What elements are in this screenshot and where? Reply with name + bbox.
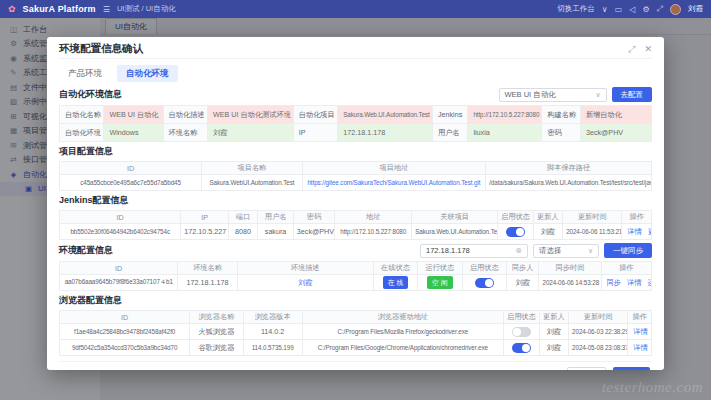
jenkins-more-link[interactable]: 更多 [648,227,652,236]
browser-name: 火狐浏览器 [190,324,243,340]
project-path: /data/sakura/Sakura.Web.UI.Automation.Te… [486,175,652,191]
col-header: 同步人 [506,262,539,275]
jenkins-update-time: 2024-06-06 11:53:21 [563,224,622,240]
kv-label: 构建名称 [542,106,580,124]
watermark: testerhome.com [602,379,703,396]
kv-value: liuxia [468,124,542,142]
env-desc-link[interactable]: 刘霞 [298,278,312,287]
workspace-chevron-icon[interactable]: ∨ [602,5,608,14]
one-key-sync-button[interactable]: 一键同步 [604,243,652,258]
browser-detail-link[interactable]: 详情 [633,327,647,336]
col-header: 环境描述 [237,262,373,275]
kv-label: 自动化项目 [293,106,337,124]
project-title: 项目配置信息 [59,145,113,158]
automation-select[interactable]: WEB UI 自动化 ∨ [499,88,607,102]
kv-value: WEB UI 自动化 [104,106,163,124]
project-url-link[interactable]: https://gitee.com/SakuraTech/Sakura.WebU… [307,179,480,186]
app-root: ✿ SakurA Platform ☰ UI测试 / UI自动化 切换工作台 ∨… [0,0,711,400]
env-section-header: 环境配置信息 ⊗ 请选择 ∨ 一键同步 [59,243,652,258]
browser-updater: 刘霞 [539,324,569,340]
col-header: 启用状态 [498,211,534,224]
env-search-box: ⊗ [420,244,528,258]
col-header: 环境名称 [178,262,237,275]
col-header: 更新人 [539,311,569,324]
col-header: 启用状态 [503,311,539,324]
col-header: 更新时间 [563,211,622,224]
jenkins-project: Sakura.Web.UI.Automation.Test [412,224,498,240]
col-header: 操作 [601,262,651,275]
chevron-down-icon: ∨ [588,247,593,255]
fullscreen-icon[interactable]: ⤢ [657,4,663,14]
col-header: 项目名称 [202,162,303,175]
modal-tabs: 产品环境 自动化环境 [59,65,652,82]
auto-env-row-2: 自动化环境Windows 环境名称刘霞 IP172.18.1.178 用户名li… [60,124,652,142]
kv-label: 自动化环境 [60,124,104,142]
browser-id: 9df5042c5a354ccd370c5b3a9bc34d70 [60,340,190,356]
env-sync-link[interactable]: 同步 [607,278,621,287]
browser-name: 谷歌浏览器 [190,340,243,356]
col-header: ID [60,262,178,275]
env-detail-link[interactable]: 详情 [627,278,641,287]
jenkins-enable-toggle[interactable] [506,227,525,237]
workspace-switcher[interactable]: 切换工作台 [557,4,595,14]
kv-value: 刘霞 [207,124,293,142]
username[interactable]: 刘霞 [688,4,703,14]
env-search-input[interactable] [426,246,504,255]
logo-icon: ✿ [8,4,16,14]
browser-table: ID 浏览器名称 浏览器版本 浏览器驱动地址 启用状态 更新人 更新时间 操作 … [59,310,652,356]
col-header: 地址 [335,211,412,224]
go-config-button[interactable]: 去配置 [612,87,653,102]
gear-icon[interactable]: ⚙ [642,5,649,14]
browser-updater: 刘霞 [539,340,569,356]
modal-fullscreen-icon[interactable]: ⤢ [628,44,635,55]
idle-status-badge[interactable]: 空 闲 [427,276,452,289]
col-header: 浏览器名称 [190,311,243,324]
kv-label: IP [293,124,337,142]
browser-version: 114.0.5735.199 [243,340,302,356]
kv-value: 新增自动化 [580,106,651,124]
tab-product-env[interactable]: 产品环境 [59,65,111,82]
browser-detail-link[interactable]: 详情 [633,343,647,352]
jenkins-title: Jenkins配置信息 [59,194,129,207]
jenkins-table: ID IP 端口 用户名 密码 地址 关联项目 启用状态 更新人 更新时间 操作… [59,210,652,240]
env-sync-time: 2024-06-06 14:53:28 [539,275,601,291]
col-header: 端口 [228,211,258,224]
collapse-menu-icon[interactable]: ☰ [103,5,110,14]
tab-automation-env[interactable]: 自动化环境 [117,65,178,82]
jenkins-detail-link[interactable]: 详情 [627,227,641,236]
env-enable-toggle[interactable] [475,278,494,288]
env-table: ID 环境名称 环境描述 在线状态 运行状态 启用状态 同步人 同步时间 操作 … [59,261,652,291]
browser-update-time: 2024-05-08 23:08:37 [569,340,628,356]
screen-icon[interactable]: ▭ [615,5,623,14]
volume-icon[interactable]: ◁ [629,5,635,14]
kv-label: 自动化名称 [60,106,104,124]
modal-footer: 取 消 确 定 [59,361,652,370]
online-status-badge[interactable]: 在 线 [383,276,408,289]
col-header: 同步时间 [539,262,601,275]
clear-icon[interactable]: ⊗ [515,246,522,255]
env-name: 172.18.1.178 [178,275,237,291]
project-table-head: ID 项目名称 项目地址 脚本保存路径 [60,162,652,175]
browser-enable-toggle[interactable] [512,327,531,337]
jenkins-id: bb5502e30f06464942b6402c94754c [60,224,181,240]
jenkins-password: 3eck@PHV [293,224,334,240]
browser-enable-toggle[interactable] [512,343,531,353]
topbar-right: 切换工作台 ∨ ▭ ◁ ⚙ ⤢ 刘霞 [557,4,703,15]
browser-driver-path: C:/Program Files/Mozilla Firefox/geckodr… [302,324,503,340]
jenkins-ip: 172.10.5.227 [181,224,228,240]
kv-label: Jenkins [432,106,468,124]
modal-close-icon[interactable]: ✕ [644,44,652,55]
avatar[interactable] [670,4,681,15]
cancel-button[interactable]: 取 消 [567,367,606,370]
kv-value: Windows [104,124,163,142]
env-run-link[interactable]: 运行 [647,278,651,287]
topbar: ✿ SakurA Platform ☰ UI测试 / UI自动化 切换工作台 ∨… [0,0,711,18]
browser-row-chrome: 9df5042c5a354ccd370c5b3a9bc34d70 谷歌浏览器 1… [60,340,652,356]
col-header: 关联项目 [412,211,498,224]
confirm-button[interactable]: 确 定 [613,367,650,370]
kv-value: Sakura.Web.UI.Automation.Test [338,106,433,124]
kv-value: 172.18.1.178 [338,124,433,142]
env-filter-select[interactable]: 请选择 ∨ [533,244,599,258]
kv-value: 3eck@PHV [580,124,651,142]
automation-select-value: WEB UI 自动化 [505,90,556,100]
